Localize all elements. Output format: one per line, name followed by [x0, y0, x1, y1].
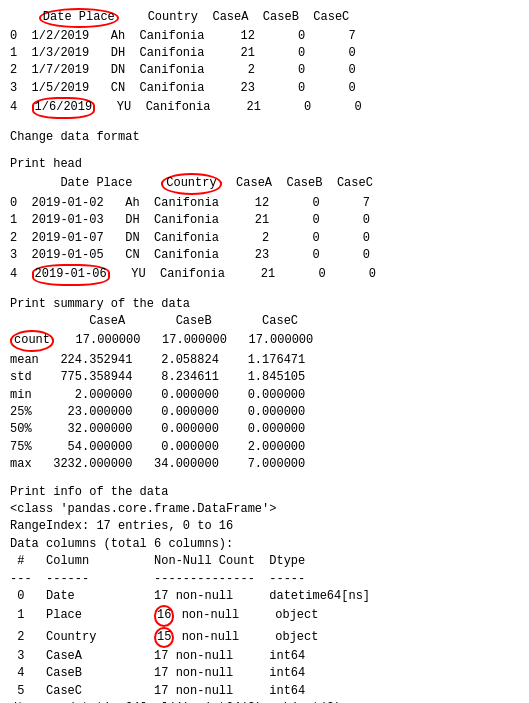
- info-col5: 5 CaseC 17 non-null int64: [10, 683, 519, 700]
- country-col-header: Country: [148, 10, 198, 24]
- info-col-divider: --- ------ -------------- -----: [10, 571, 519, 588]
- info-col4: 4 CaseB 17 non-null int64: [10, 665, 519, 682]
- table2-row4: 4 2019-01-06 YU Canifonia 21 0 0: [10, 264, 519, 285]
- table2-row3: 3 2019-01-05 CN Canifonia 23 0 0: [10, 247, 519, 264]
- date-place-header-circle: Date Place: [39, 8, 119, 28]
- summary-25: 25% 23.000000 0.000000 0.000000: [10, 404, 519, 421]
- table1-section: Date Place Country CaseA CaseB CaseC 0 1…: [10, 8, 519, 119]
- table2-header: Date Place Country CaseA CaseB CaseC: [10, 173, 519, 194]
- date-circle-row4: 1/6/2019: [32, 97, 96, 118]
- country-count-circle: 15: [154, 627, 174, 648]
- change-format-label: Change data format: [10, 129, 519, 146]
- info-col1: 1 Place 16 non-null object: [10, 605, 519, 626]
- country-header-circle: Country: [161, 173, 221, 194]
- summary-count: count 17.000000 17.000000 17.000000: [10, 330, 519, 351]
- info-col3: 3 CaseA 17 non-null int64: [10, 648, 519, 665]
- table1-row2: 2 1/7/2019 DN Canifonia 2 0 0: [10, 62, 519, 79]
- summary-std: std 775.358944 8.234611 1.845105: [10, 369, 519, 386]
- summary-50: 50% 32.000000 0.000000 0.000000: [10, 421, 519, 438]
- info-label: Print info of the data: [10, 484, 519, 501]
- summary-min: min 2.000000 0.000000 0.000000: [10, 387, 519, 404]
- info-classname: <class 'pandas.core.frame.DataFrame'>: [10, 501, 519, 518]
- count-label-circle: count: [10, 330, 54, 351]
- info-col-header: # Column Non-Null Count Dtype: [10, 553, 519, 570]
- summary-header: CaseA CaseB CaseC: [10, 313, 519, 330]
- summary-section: Print summary of the data CaseA CaseB Ca…: [10, 296, 519, 474]
- summary-label: Print summary of the data: [10, 296, 519, 313]
- table2-row0: 0 2019-01-02 Ah Canifonia 12 0 7: [10, 195, 519, 212]
- summary-max: max 3232.000000 34.000000 7.000000: [10, 456, 519, 473]
- print-head-section: Print head Date Place Country CaseA Case…: [10, 156, 519, 286]
- info-col0: 0 Date 17 non-null datetime64[ns]: [10, 588, 519, 605]
- table1-row1: 1 1/3/2019 DH Canifonia 21 0 0: [10, 45, 519, 62]
- change-format-section: Change data format: [10, 129, 519, 146]
- info-col2: 2 Country 15 non-null object: [10, 627, 519, 648]
- info-datacols: Data columns (total 6 columns):: [10, 536, 519, 553]
- summary-mean: mean 224.352941 2.058824 1.176471: [10, 352, 519, 369]
- info-section: Print info of the data <class 'pandas.co…: [10, 484, 519, 703]
- table2-row2: 2 2019-01-07 DN Canifonia 2 0 0: [10, 230, 519, 247]
- print-head-label: Print head: [10, 156, 519, 173]
- info-rangeindex: RangeIndex: 17 entries, 0 to 16: [10, 518, 519, 535]
- summary-75: 75% 54.000000 0.000000 2.000000: [10, 439, 519, 456]
- table1-row3: 3 1/5/2019 CN Canifonia 23 0 0: [10, 80, 519, 97]
- table2-row1: 1 2019-01-03 DH Canifonia 21 0 0: [10, 212, 519, 229]
- date2-circle-row4: 2019-01-06: [32, 264, 110, 285]
- table1-row4: 4 1/6/2019 YU Canifonia 21 0 0: [10, 97, 519, 118]
- table1-row0: 0 1/2/2019 Ah Canifonia 12 0 7: [10, 28, 519, 45]
- place-count-circle: 16: [154, 605, 174, 626]
- table1-header: Date Place Country CaseA CaseB CaseC: [10, 8, 519, 28]
